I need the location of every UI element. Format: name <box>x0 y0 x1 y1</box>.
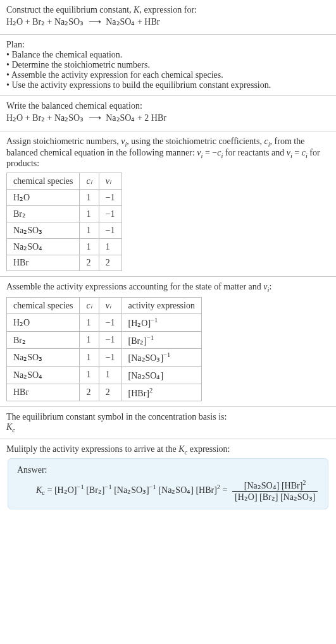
expr-pow: −1 <box>147 334 154 341</box>
sub-c: c <box>12 427 15 434</box>
col-expr: activity expression <box>121 298 201 314</box>
table-row: Na₂SO₃1−1 <box>7 222 122 239</box>
expr-pow: −1 <box>163 351 170 358</box>
expr-pow: −1 <box>151 317 158 324</box>
cell-species: HBr <box>7 255 80 271</box>
table-row: Na₂SO₄11[Na₂SO₄] <box>7 367 202 384</box>
numerator: [Na₂SO₄] [HBr]2 <box>232 479 318 492</box>
c-header: cᵢ <box>86 301 92 310</box>
prompt-line: Construct the equilibrium constant, K, e… <box>6 5 330 15</box>
expr-base: [Na₂SO₃] <box>128 353 164 363</box>
col-c: cᵢ <box>80 298 99 314</box>
eq-pos: = <box>292 148 302 157</box>
stoich-section: Assign stoichiometric numbers, νi, using… <box>0 131 336 277</box>
cell-c: 1 <box>80 190 99 206</box>
fraction: [Na₂SO₄] [HBr]2[H₂O] [Br₂] [Na₂SO₃] <box>232 479 318 502</box>
stoich-intro-1: Assign stoichiometric numbers, <box>6 137 121 146</box>
cell-nu: −1 <box>99 190 121 206</box>
balanced-lhs: H₂O + Br₂ + Na₂SO₃ <box>6 113 84 123</box>
cell-expr: [Na₂SO₄] <box>121 367 201 384</box>
plan-section: Plan: • Balance the chemical equation. •… <box>0 35 336 96</box>
stoich-table: chemical species cᵢ νᵢ H₂O1−1 Br₂1−1 Na₂… <box>6 173 122 271</box>
multiply-line: Mulitply the activity expressions to arr… <box>6 444 330 456</box>
col-c: cᵢ <box>80 173 99 190</box>
col-nu: νᵢ <box>99 173 121 190</box>
den-term: [Na₂SO₃] <box>280 492 316 502</box>
stoich-intro-2: , using the stoichiometric coefficients, <box>127 137 264 146</box>
cell-c: 1 <box>80 331 99 349</box>
table-row: Na₂SO₃1−1[Na₂SO₃]−1 <box>7 349 202 367</box>
multiply-text-2: expression: <box>187 444 230 454</box>
answer-box: Answer: Kc = [H₂O]−1 [Br₂]−1 [Na₂SO₃]−1 … <box>8 458 328 509</box>
table-header-row: chemical species cᵢ νᵢ <box>7 173 122 190</box>
balanced-section: Write the balanced chemical equation: H₂… <box>0 96 336 131</box>
cell-nu: −1 <box>99 222 121 239</box>
cell-expr: [HBr]2 <box>121 384 201 401</box>
K-symbol: K <box>134 5 139 15</box>
num-term: [Na₂SO₄] <box>244 481 280 490</box>
table-row: Na₂SO₄11 <box>7 239 122 255</box>
term: [HBr] <box>196 485 216 495</box>
activity-section: Assemble the activity expressions accoun… <box>0 277 336 407</box>
pow: −1 <box>104 483 111 490</box>
c-rel: ci <box>217 148 223 157</box>
cell-species: Na₂SO₃ <box>7 349 80 367</box>
plan-item: • Determine the stoichiometric numbers. <box>6 60 330 70</box>
table-row: HBr22[HBr]2 <box>7 384 202 401</box>
expr-base: [Br₂] <box>128 336 147 345</box>
table-row: H₂O1−1[H₂O]−1 <box>7 314 202 332</box>
den-term: [Br₂] <box>259 492 278 502</box>
cell-nu: −1 <box>99 206 121 222</box>
cell-species: Br₂ <box>7 206 80 222</box>
cell-expr: [Br₂]−1 <box>121 331 201 349</box>
prompt-text-1: Construct the equilibrium constant, <box>6 5 134 15</box>
K: K <box>36 485 42 495</box>
plan-item: • Assemble the activity expression for e… <box>6 70 330 80</box>
cell-nu: 1 <box>99 239 121 255</box>
num-term: [HBr] <box>282 481 302 490</box>
stoich-intro: Assign stoichiometric numbers, νi, using… <box>6 137 330 169</box>
balanced-title: Write the balanced chemical equation: <box>6 101 330 111</box>
cell-species: Na₂SO₄ <box>7 239 80 255</box>
nu-header: νᵢ <box>106 176 111 186</box>
term: [Na₂SO₃] <box>114 485 149 495</box>
activity-intro-1: Assemble the activity expressions accoun… <box>6 282 263 291</box>
eq-neg: = − <box>202 148 217 157</box>
table-row: HBr22 <box>7 255 122 271</box>
cell-nu: 2 <box>99 384 121 401</box>
header-section: Construct the equilibrium constant, K, e… <box>0 0 336 35</box>
symbol-section: The equilibrium constant symbol in the c… <box>0 407 336 439</box>
cell-nu: 2 <box>99 255 121 271</box>
c-symbol: ci <box>264 137 270 146</box>
cell-c: 2 <box>80 255 99 271</box>
pow: −1 <box>77 483 84 490</box>
cell-nu: −1 <box>99 314 121 332</box>
activity-intro-2: : <box>269 282 271 291</box>
cell-species: H₂O <box>7 314 80 332</box>
equals: = <box>220 485 230 495</box>
cell-c: 2 <box>80 384 99 401</box>
balanced-equation: H₂O + Br₂ + Na₂SO₃ ⟶ Na₂SO₄ + 2 HBr <box>6 111 330 125</box>
cell-c: 1 <box>80 222 99 239</box>
c-header: cᵢ <box>86 176 92 186</box>
cell-species: HBr <box>7 384 80 401</box>
K: K <box>178 444 184 454</box>
pow: −1 <box>149 483 156 490</box>
cell-nu: −1 <box>99 349 121 367</box>
multiply-section: Mulitply the activity expressions to arr… <box>0 439 336 519</box>
col-species: chemical species <box>7 173 80 190</box>
cell-species: H₂O <box>7 190 80 206</box>
cell-c: 1 <box>80 206 99 222</box>
cell-species: Na₂SO₃ <box>7 222 80 239</box>
table-row: Br₂1−1[Br₂]−1 <box>7 331 202 349</box>
symbol-Kc: Kc <box>6 422 330 434</box>
den-term: [H₂O] <box>235 492 258 502</box>
col-nu: νᵢ <box>99 298 121 314</box>
balanced-rhs: Na₂SO₄ + 2 HBr <box>106 113 166 123</box>
equals: = <box>45 485 54 495</box>
cell-expr: [Na₂SO₃]−1 <box>121 349 201 367</box>
nu-header: νᵢ <box>106 301 111 310</box>
pow: 2 <box>302 479 306 486</box>
answer-expression: Kc = [H₂O]−1 [Br₂]−1 [Na₂SO₃]−1 [Na₂SO₄]… <box>17 479 319 502</box>
expr-base: [H₂O] <box>128 319 151 328</box>
